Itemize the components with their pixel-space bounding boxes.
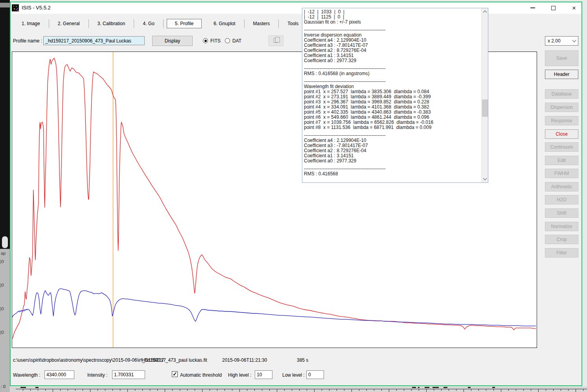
- series-reference-spectrum-blue: [12, 289, 536, 326]
- window-controls: ×: [527, 4, 580, 12]
- fwhm-button[interactable]: FWHM: [545, 169, 578, 178]
- normalize-button[interactable]: Normalize: [545, 222, 578, 231]
- exposure-text: 385 s: [297, 357, 308, 363]
- close-button[interactable]: ×: [568, 4, 580, 12]
- calibration-report-content: | -12 | 1033 | 0 || -12 | 1125 | 0 |Gaus…: [304, 9, 481, 182]
- tab-image[interactable]: 1. Image: [13, 21, 49, 26]
- wavelength-label: Wavelength :: [13, 372, 40, 378]
- background-axis-dash: [35, 387, 39, 388]
- arithmetic-button[interactable]: Arithmetic: [545, 182, 578, 191]
- file-name-text: HD159217 _473_paul luckas.fit: [142, 357, 207, 363]
- zoom-level-value: x 2.00: [548, 38, 561, 44]
- scroll-up-button[interactable]: [482, 8, 488, 15]
- report-line: point #8 x = 1131.536 lambda = 6871.991 …: [304, 125, 481, 130]
- tab-calibration[interactable]: 3. Calibration: [89, 21, 134, 26]
- timestamp-text: 2015-09-06T11:21:30: [222, 357, 267, 363]
- tab-go[interactable]: 4. Go: [134, 21, 163, 26]
- chevron-down-icon: [572, 39, 576, 42]
- scrollbar-thumb[interactable]: [482, 99, 488, 117]
- continuum-button[interactable]: Continuum: [545, 142, 578, 152]
- background-axis-dash: [443, 387, 447, 388]
- tab-bar: 1. Image 2. General 3. Calibration 4. Go…: [13, 18, 335, 29]
- high-level-label: High level :: [228, 372, 251, 378]
- crop-button[interactable]: Crop: [545, 235, 578, 244]
- background-axis-fragment: )0: [0, 306, 4, 311]
- background-axis-zero-label: : 0: [1, 384, 10, 389]
- fits-radio[interactable]: [203, 38, 208, 43]
- automatic-threshold-checkbox[interactable]: [172, 371, 178, 377]
- report-line: RMS : 0.416568: [304, 171, 481, 177]
- background-axis-dash: [418, 387, 420, 388]
- report-line: Coefficient a0 : 2977.329: [304, 158, 481, 164]
- tab-profile[interactable]: 5. Profile: [167, 19, 202, 28]
- isis-app-icon: [12, 4, 19, 11]
- zoom-level-select[interactable]: x 2.00: [545, 36, 578, 46]
- response-button[interactable]: Response: [545, 116, 578, 125]
- background-scrollbar-thumb: [2, 236, 8, 248]
- maximize-button[interactable]: [548, 4, 559, 12]
- minimize-icon: [530, 7, 535, 8]
- chevron-down-icon: [483, 177, 487, 180]
- copy-icon: [274, 38, 278, 43]
- dat-radio[interactable]: [225, 38, 230, 43]
- dispersion-button[interactable]: Dispersion: [545, 103, 578, 112]
- report-line: Gaussian fit on : +/-7 pixels: [304, 20, 481, 25]
- minimize-button[interactable]: [527, 4, 539, 12]
- tab-general[interactable]: 2. General: [49, 21, 88, 26]
- background-axis-fragment: )0: [0, 283, 4, 287]
- database-button[interactable]: Database: [545, 89, 578, 99]
- background-axis-fragment: ap: [1, 251, 6, 256]
- report-line: RMS : 0.416568 (in angstroms): [304, 71, 481, 76]
- header-button[interactable]: Header: [545, 70, 578, 79]
- tab-gnuplot[interactable]: 6. Gnuplot: [205, 21, 244, 26]
- fits-radio-label: FITS: [210, 38, 221, 44]
- report-line: Coefficient a0 : 2977.329: [304, 58, 481, 63]
- background-axis-fragment: )0: [0, 330, 4, 335]
- background-axis-dash: [492, 387, 495, 388]
- tab-separator: [163, 19, 164, 28]
- close-icon: ×: [572, 5, 576, 11]
- low-level-field[interactable]: [306, 370, 324, 379]
- shift-button[interactable]: Shift: [545, 208, 578, 218]
- close-profile-button[interactable]: Close: [545, 129, 578, 139]
- background-axis-dash: [412, 387, 416, 388]
- high-level-field[interactable]: [255, 370, 272, 379]
- profile-name-input[interactable]: [43, 36, 145, 45]
- background-axis-dash: [432, 387, 439, 388]
- profile-name-label: Profile name :: [13, 38, 42, 44]
- edit-button[interactable]: Edit: [545, 156, 578, 165]
- background-axis-dash: [20, 387, 26, 388]
- popup-scrollbar[interactable]: [481, 8, 488, 182]
- automatic-threshold-label: Automatic threshold: [180, 372, 222, 378]
- background-window-artifact: [0, 3, 10, 7]
- background-axis-dash: [425, 387, 429, 388]
- wavelength-field[interactable]: [44, 370, 74, 379]
- background-axis-fragment: )0: [0, 259, 4, 264]
- background-axis-dash: [468, 387, 471, 388]
- fits-radio-dot: [204, 40, 207, 42]
- maximize-icon: [551, 6, 556, 10]
- h2o-button[interactable]: H2O: [545, 195, 578, 204]
- calibration-report-textbox[interactable]: | -12 | 1033 | 0 || -12 | 1125 | 0 |Gaus…: [302, 8, 488, 183]
- dat-radio-label: DAT: [232, 38, 241, 44]
- background-axis-ticks-tall: [16, 389, 587, 392]
- low-level-label: Low level :: [282, 372, 305, 378]
- background-window-strip: [0, 0, 10, 249]
- tab-masters[interactable]: Masters: [245, 21, 279, 26]
- display-button[interactable]: Display: [152, 36, 193, 46]
- filter-button[interactable]: Filter: [545, 248, 578, 258]
- chevron-up-icon: [483, 11, 487, 15]
- intensity-label: Intensity :: [87, 372, 107, 378]
- window-title: ISIS - V5.5.2: [22, 5, 51, 11]
- save-button[interactable]: Save: [545, 50, 578, 66]
- titlebar: [11, 2, 581, 14]
- copy-profile-button[interactable]: [269, 35, 283, 46]
- intensity-field[interactable]: [112, 370, 145, 379]
- background-window-axis-area: ap )0 )0 )0 )0: [0, 249, 10, 392]
- scroll-down-button[interactable]: [482, 176, 488, 182]
